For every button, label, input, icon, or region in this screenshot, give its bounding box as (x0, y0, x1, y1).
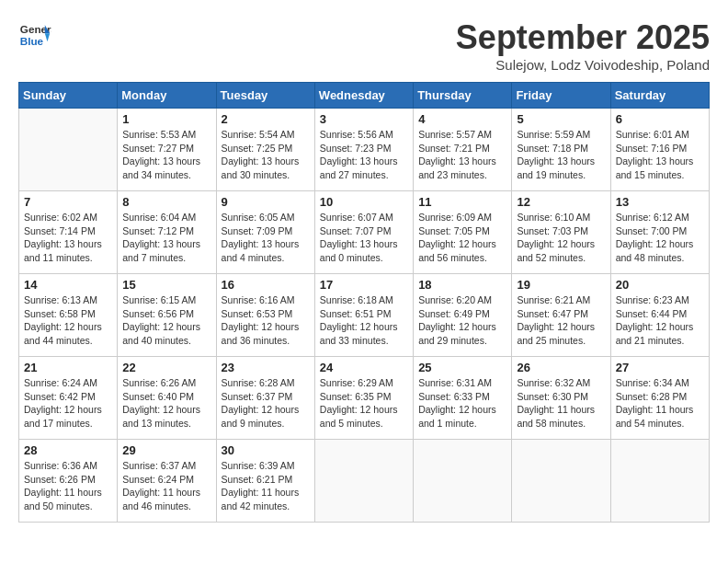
day-number: 9 (222, 195, 310, 209)
calendar-cell: 9Sunrise: 6:05 AMSunset: 7:09 PMDaylight… (216, 191, 314, 274)
calendar-cell: 12Sunrise: 6:10 AMSunset: 7:03 PMDayligh… (512, 191, 610, 274)
location-subtitle: Sulejow, Lodz Voivodeship, Poland (456, 57, 710, 73)
day-number: 23 (222, 361, 310, 374)
calendar-cell (610, 440, 709, 523)
weekday-header-row: SundayMondayTuesdayWednesdayThursdayFrid… (19, 83, 710, 109)
calendar-cell: 11Sunrise: 6:09 AMSunset: 7:05 PMDayligh… (414, 191, 512, 274)
day-number: 16 (222, 278, 310, 292)
day-number: 20 (616, 278, 704, 292)
day-info: Sunrise: 6:20 AMSunset: 6:49 PMDaylight:… (418, 293, 506, 348)
calendar-cell: 25Sunrise: 6:31 AMSunset: 6:33 PMDayligh… (414, 357, 512, 440)
title-block: September 2025 Sulejow, Lodz Voivodeship… (456, 18, 710, 73)
day-info: Sunrise: 6:04 AMSunset: 7:12 PMDaylight:… (122, 211, 210, 265)
svg-marker-3 (45, 33, 50, 41)
day-number: 11 (418, 195, 506, 209)
day-info: Sunrise: 6:29 AMSunset: 6:35 PMDaylight:… (320, 376, 408, 431)
day-number: 24 (320, 361, 408, 374)
day-info: Sunrise: 5:54 AMSunset: 7:25 PMDaylight:… (222, 128, 310, 182)
weekday-header-monday: Monday (118, 83, 216, 109)
calendar-cell: 15Sunrise: 6:15 AMSunset: 6:56 PMDayligh… (118, 274, 216, 357)
calendar-cell: 18Sunrise: 6:20 AMSunset: 6:49 PMDayligh… (414, 274, 512, 357)
calendar-cell (314, 440, 413, 523)
calendar-cell: 26Sunrise: 6:32 AMSunset: 6:30 PMDayligh… (512, 357, 610, 440)
day-number: 13 (616, 195, 704, 209)
svg-text:Blue: Blue (20, 35, 44, 47)
calendar-cell: 24Sunrise: 6:29 AMSunset: 6:35 PMDayligh… (314, 357, 413, 440)
day-number: 18 (418, 278, 506, 292)
calendar-cell: 4Sunrise: 5:57 AMSunset: 7:21 PMDaylight… (414, 109, 512, 191)
day-number: 3 (320, 112, 408, 126)
calendar-cell: 8Sunrise: 6:04 AMSunset: 7:12 PMDaylight… (118, 191, 216, 274)
day-info: Sunrise: 6:18 AMSunset: 6:51 PMDaylight:… (320, 293, 408, 348)
week-row-3: 14Sunrise: 6:13 AMSunset: 6:58 PMDayligh… (19, 274, 710, 357)
day-info: Sunrise: 5:57 AMSunset: 7:21 PMDaylight:… (418, 128, 506, 182)
logo: General Blue (18, 18, 51, 52)
weekday-header-sunday: Sunday (19, 83, 118, 109)
day-number: 2 (222, 112, 310, 126)
weekday-header-friday: Friday (512, 83, 610, 109)
calendar-cell (414, 440, 512, 523)
calendar-cell: 20Sunrise: 6:23 AMSunset: 6:44 PMDayligh… (610, 274, 709, 357)
day-number: 15 (122, 278, 210, 292)
week-row-1: 1Sunrise: 5:53 AMSunset: 7:27 PMDaylight… (19, 109, 710, 191)
day-info: Sunrise: 5:59 AMSunset: 7:18 PMDaylight:… (517, 128, 605, 182)
month-title: September 2025 (456, 18, 710, 57)
week-row-5: 28Sunrise: 6:36 AMSunset: 6:26 PMDayligh… (19, 440, 710, 523)
calendar-cell: 30Sunrise: 6:39 AMSunset: 6:21 PMDayligh… (216, 440, 314, 523)
day-info: Sunrise: 6:28 AMSunset: 6:37 PMDaylight:… (222, 376, 310, 431)
calendar-cell: 17Sunrise: 6:18 AMSunset: 6:51 PMDayligh… (314, 274, 413, 357)
day-info: Sunrise: 6:36 AMSunset: 6:26 PMDaylight:… (24, 459, 112, 513)
calendar-cell: 21Sunrise: 6:24 AMSunset: 6:42 PMDayligh… (19, 357, 118, 440)
day-number: 4 (418, 112, 506, 126)
day-number: 17 (320, 278, 408, 292)
day-info: Sunrise: 5:56 AMSunset: 7:23 PMDaylight:… (320, 128, 408, 182)
day-info: Sunrise: 6:21 AMSunset: 6:47 PMDaylight:… (517, 293, 605, 348)
calendar-cell: 5Sunrise: 5:59 AMSunset: 7:18 PMDaylight… (512, 109, 610, 191)
weekday-header-tuesday: Tuesday (216, 83, 314, 109)
day-number: 10 (320, 195, 408, 209)
calendar-cell: 1Sunrise: 5:53 AMSunset: 7:27 PMDaylight… (118, 109, 216, 191)
day-number: 12 (517, 195, 605, 209)
calendar-cell: 27Sunrise: 6:34 AMSunset: 6:28 PMDayligh… (610, 357, 709, 440)
calendar-cell: 22Sunrise: 6:26 AMSunset: 6:40 PMDayligh… (118, 357, 216, 440)
day-info: Sunrise: 6:24 AMSunset: 6:42 PMDaylight:… (24, 376, 112, 431)
calendar-cell: 23Sunrise: 6:28 AMSunset: 6:37 PMDayligh… (216, 357, 314, 440)
day-info: Sunrise: 6:01 AMSunset: 7:16 PMDaylight:… (616, 128, 704, 182)
calendar-cell: 7Sunrise: 6:02 AMSunset: 7:14 PMDaylight… (19, 191, 118, 274)
day-info: Sunrise: 6:13 AMSunset: 6:58 PMDaylight:… (24, 293, 112, 348)
day-number: 14 (24, 278, 112, 292)
calendar-cell: 14Sunrise: 6:13 AMSunset: 6:58 PMDayligh… (19, 274, 118, 357)
day-info: Sunrise: 6:15 AMSunset: 6:56 PMDaylight:… (122, 293, 210, 348)
day-number: 28 (24, 443, 112, 457)
day-number: 19 (517, 278, 605, 292)
weekday-header-thursday: Thursday (414, 83, 512, 109)
day-info: Sunrise: 6:16 AMSunset: 6:53 PMDaylight:… (222, 293, 310, 348)
weekday-header-saturday: Saturday (610, 83, 709, 109)
day-info: Sunrise: 6:12 AMSunset: 7:00 PMDaylight:… (616, 211, 704, 265)
day-number: 25 (418, 361, 506, 374)
day-info: Sunrise: 6:26 AMSunset: 6:40 PMDaylight:… (122, 376, 210, 431)
day-info: Sunrise: 6:39 AMSunset: 6:21 PMDaylight:… (222, 459, 310, 513)
week-row-2: 7Sunrise: 6:02 AMSunset: 7:14 PMDaylight… (19, 191, 710, 274)
calendar-cell: 13Sunrise: 6:12 AMSunset: 7:00 PMDayligh… (610, 191, 709, 274)
day-number: 30 (222, 443, 310, 457)
page-header: General Blue September 2025 Sulejow, Lod… (18, 18, 710, 73)
day-number: 1 (122, 112, 210, 126)
day-info: Sunrise: 6:34 AMSunset: 6:28 PMDaylight:… (616, 376, 704, 431)
calendar-cell: 19Sunrise: 6:21 AMSunset: 6:47 PMDayligh… (512, 274, 610, 357)
day-number: 6 (616, 112, 704, 126)
logo-icon: General Blue (18, 18, 51, 52)
calendar-cell: 29Sunrise: 6:37 AMSunset: 6:24 PMDayligh… (118, 440, 216, 523)
day-info: Sunrise: 6:37 AMSunset: 6:24 PMDaylight:… (122, 459, 210, 513)
day-info: Sunrise: 6:10 AMSunset: 7:03 PMDaylight:… (517, 211, 605, 265)
calendar-cell: 6Sunrise: 6:01 AMSunset: 7:16 PMDaylight… (610, 109, 709, 191)
week-row-4: 21Sunrise: 6:24 AMSunset: 6:42 PMDayligh… (19, 357, 710, 440)
day-info: Sunrise: 6:07 AMSunset: 7:07 PMDaylight:… (320, 211, 408, 265)
day-info: Sunrise: 6:02 AMSunset: 7:14 PMDaylight:… (24, 211, 112, 265)
day-info: Sunrise: 6:23 AMSunset: 6:44 PMDaylight:… (616, 293, 704, 348)
day-number: 26 (517, 361, 605, 374)
day-info: Sunrise: 6:09 AMSunset: 7:05 PMDaylight:… (418, 211, 506, 265)
calendar-cell (19, 109, 118, 191)
day-info: Sunrise: 6:05 AMSunset: 7:09 PMDaylight:… (222, 211, 310, 265)
day-number: 8 (122, 195, 210, 209)
